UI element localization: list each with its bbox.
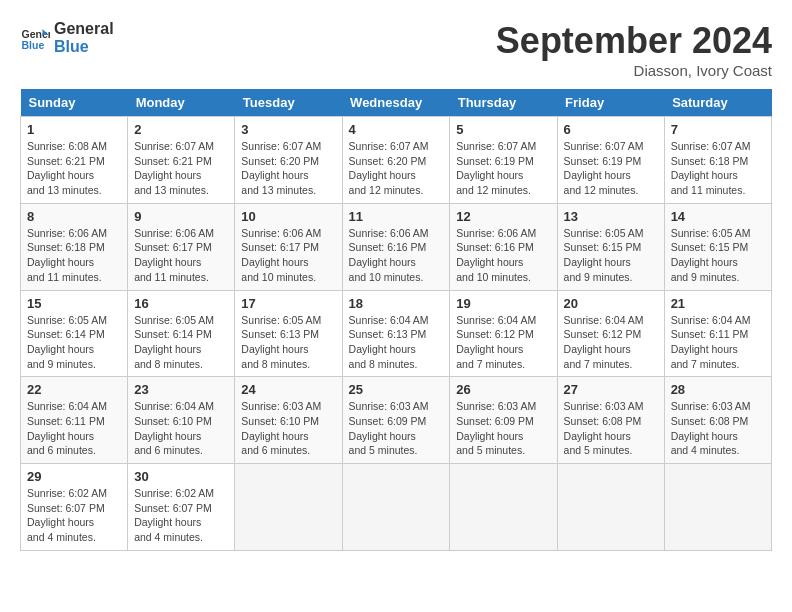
day-number: 23: [134, 382, 228, 397]
day-info: Sunrise: 6:04 AM Sunset: 6:12 PM Dayligh…: [564, 313, 658, 372]
day-info: Sunrise: 6:07 AM Sunset: 6:20 PM Dayligh…: [349, 139, 444, 198]
col-thursday: Thursday: [450, 89, 557, 117]
day-number: 28: [671, 382, 765, 397]
calendar-row: 22 Sunrise: 6:04 AM Sunset: 6:11 PM Dayl…: [21, 377, 772, 464]
calendar-cell: 24 Sunrise: 6:03 AM Sunset: 6:10 PM Dayl…: [235, 377, 342, 464]
calendar-cell: 12 Sunrise: 6:06 AM Sunset: 6:16 PM Dayl…: [450, 203, 557, 290]
day-number: 6: [564, 122, 658, 137]
day-number: 18: [349, 296, 444, 311]
day-info: Sunrise: 6:07 AM Sunset: 6:19 PM Dayligh…: [456, 139, 550, 198]
day-number: 2: [134, 122, 228, 137]
calendar-cell: 18 Sunrise: 6:04 AM Sunset: 6:13 PM Dayl…: [342, 290, 450, 377]
day-info: Sunrise: 6:07 AM Sunset: 6:20 PM Dayligh…: [241, 139, 335, 198]
day-number: 22: [27, 382, 121, 397]
day-number: 8: [27, 209, 121, 224]
day-number: 14: [671, 209, 765, 224]
day-info: Sunrise: 6:06 AM Sunset: 6:16 PM Dayligh…: [456, 226, 550, 285]
calendar-header-row: Sunday Monday Tuesday Wednesday Thursday…: [21, 89, 772, 117]
day-number: 3: [241, 122, 335, 137]
calendar-cell: 19 Sunrise: 6:04 AM Sunset: 6:12 PM Dayl…: [450, 290, 557, 377]
col-sunday: Sunday: [21, 89, 128, 117]
calendar-row: 29 Sunrise: 6:02 AM Sunset: 6:07 PM Dayl…: [21, 464, 772, 551]
day-number: 21: [671, 296, 765, 311]
day-number: 1: [27, 122, 121, 137]
day-info: Sunrise: 6:05 AM Sunset: 6:15 PM Dayligh…: [564, 226, 658, 285]
day-number: 24: [241, 382, 335, 397]
calendar-cell: 16 Sunrise: 6:05 AM Sunset: 6:14 PM Dayl…: [128, 290, 235, 377]
day-info: Sunrise: 6:06 AM Sunset: 6:18 PM Dayligh…: [27, 226, 121, 285]
day-number: 27: [564, 382, 658, 397]
logo-line2: Blue: [54, 38, 114, 56]
day-info: Sunrise: 6:06 AM Sunset: 6:16 PM Dayligh…: [349, 226, 444, 285]
calendar-cell: 3 Sunrise: 6:07 AM Sunset: 6:20 PM Dayli…: [235, 117, 342, 204]
day-info: Sunrise: 6:07 AM Sunset: 6:19 PM Dayligh…: [564, 139, 658, 198]
calendar-cell: [450, 464, 557, 551]
calendar-row: 15 Sunrise: 6:05 AM Sunset: 6:14 PM Dayl…: [21, 290, 772, 377]
day-info: Sunrise: 6:05 AM Sunset: 6:15 PM Dayligh…: [671, 226, 765, 285]
day-number: 4: [349, 122, 444, 137]
day-info: Sunrise: 6:03 AM Sunset: 6:09 PM Dayligh…: [349, 399, 444, 458]
day-info: Sunrise: 6:03 AM Sunset: 6:10 PM Dayligh…: [241, 399, 335, 458]
day-info: Sunrise: 6:04 AM Sunset: 6:11 PM Dayligh…: [671, 313, 765, 372]
calendar-cell: 23 Sunrise: 6:04 AM Sunset: 6:10 PM Dayl…: [128, 377, 235, 464]
day-info: Sunrise: 6:04 AM Sunset: 6:12 PM Dayligh…: [456, 313, 550, 372]
day-number: 5: [456, 122, 550, 137]
logo-line1: General: [54, 20, 114, 38]
calendar-cell: 10 Sunrise: 6:06 AM Sunset: 6:17 PM Dayl…: [235, 203, 342, 290]
day-info: Sunrise: 6:05 AM Sunset: 6:14 PM Dayligh…: [134, 313, 228, 372]
col-friday: Friday: [557, 89, 664, 117]
col-wednesday: Wednesday: [342, 89, 450, 117]
day-info: Sunrise: 6:05 AM Sunset: 6:14 PM Dayligh…: [27, 313, 121, 372]
day-number: 30: [134, 469, 228, 484]
day-info: Sunrise: 6:06 AM Sunset: 6:17 PM Dayligh…: [134, 226, 228, 285]
day-number: 12: [456, 209, 550, 224]
day-number: 11: [349, 209, 444, 224]
col-tuesday: Tuesday: [235, 89, 342, 117]
calendar-cell: [342, 464, 450, 551]
calendar-cell: 30 Sunrise: 6:02 AM Sunset: 6:07 PM Dayl…: [128, 464, 235, 551]
calendar-cell: 4 Sunrise: 6:07 AM Sunset: 6:20 PM Dayli…: [342, 117, 450, 204]
calendar-cell: 22 Sunrise: 6:04 AM Sunset: 6:11 PM Dayl…: [21, 377, 128, 464]
logo: General Blue General Blue: [20, 20, 114, 55]
day-info: Sunrise: 6:03 AM Sunset: 6:09 PM Dayligh…: [456, 399, 550, 458]
day-info: Sunrise: 6:03 AM Sunset: 6:08 PM Dayligh…: [564, 399, 658, 458]
calendar-cell: 20 Sunrise: 6:04 AM Sunset: 6:12 PM Dayl…: [557, 290, 664, 377]
calendar-cell: 8 Sunrise: 6:06 AM Sunset: 6:18 PM Dayli…: [21, 203, 128, 290]
calendar-cell: [557, 464, 664, 551]
calendar-row: 1 Sunrise: 6:08 AM Sunset: 6:21 PM Dayli…: [21, 117, 772, 204]
day-number: 7: [671, 122, 765, 137]
calendar-cell: 7 Sunrise: 6:07 AM Sunset: 6:18 PM Dayli…: [664, 117, 771, 204]
day-info: Sunrise: 6:03 AM Sunset: 6:08 PM Dayligh…: [671, 399, 765, 458]
day-number: 16: [134, 296, 228, 311]
day-info: Sunrise: 6:07 AM Sunset: 6:21 PM Dayligh…: [134, 139, 228, 198]
day-number: 20: [564, 296, 658, 311]
calendar-cell: [664, 464, 771, 551]
day-number: 25: [349, 382, 444, 397]
day-number: 26: [456, 382, 550, 397]
calendar-cell: 11 Sunrise: 6:06 AM Sunset: 6:16 PM Dayl…: [342, 203, 450, 290]
calendar-cell: 15 Sunrise: 6:05 AM Sunset: 6:14 PM Dayl…: [21, 290, 128, 377]
calendar-cell: 28 Sunrise: 6:03 AM Sunset: 6:08 PM Dayl…: [664, 377, 771, 464]
calendar-cell: 1 Sunrise: 6:08 AM Sunset: 6:21 PM Dayli…: [21, 117, 128, 204]
day-number: 29: [27, 469, 121, 484]
month-title: September 2024: [496, 20, 772, 62]
logo-icon: General Blue: [20, 23, 50, 53]
col-monday: Monday: [128, 89, 235, 117]
day-info: Sunrise: 6:08 AM Sunset: 6:21 PM Dayligh…: [27, 139, 121, 198]
title-block: September 2024 Diasson, Ivory Coast: [496, 20, 772, 79]
calendar-cell: 25 Sunrise: 6:03 AM Sunset: 6:09 PM Dayl…: [342, 377, 450, 464]
calendar-cell: 27 Sunrise: 6:03 AM Sunset: 6:08 PM Dayl…: [557, 377, 664, 464]
day-number: 9: [134, 209, 228, 224]
calendar-cell: 6 Sunrise: 6:07 AM Sunset: 6:19 PM Dayli…: [557, 117, 664, 204]
day-info: Sunrise: 6:06 AM Sunset: 6:17 PM Dayligh…: [241, 226, 335, 285]
calendar-cell: 26 Sunrise: 6:03 AM Sunset: 6:09 PM Dayl…: [450, 377, 557, 464]
day-number: 13: [564, 209, 658, 224]
day-number: 10: [241, 209, 335, 224]
day-number: 15: [27, 296, 121, 311]
calendar-cell: 9 Sunrise: 6:06 AM Sunset: 6:17 PM Dayli…: [128, 203, 235, 290]
svg-text:Blue: Blue: [22, 38, 45, 50]
location-subtitle: Diasson, Ivory Coast: [496, 62, 772, 79]
day-info: Sunrise: 6:07 AM Sunset: 6:18 PM Dayligh…: [671, 139, 765, 198]
day-number: 19: [456, 296, 550, 311]
calendar-cell: 21 Sunrise: 6:04 AM Sunset: 6:11 PM Dayl…: [664, 290, 771, 377]
